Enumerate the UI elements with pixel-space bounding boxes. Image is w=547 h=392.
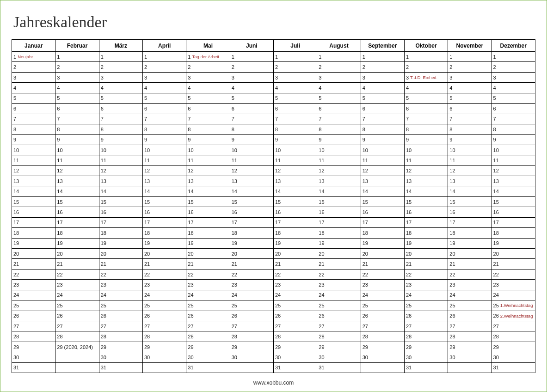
day-cell: 2 [317, 62, 360, 72]
day-cell: 14 [274, 186, 317, 196]
day-cell: 31 [492, 363, 535, 373]
day-cell: 31 [99, 363, 142, 373]
day-number: 6 [188, 106, 191, 111]
day-number: 8 [57, 127, 60, 132]
day-cell: 22 [143, 270, 186, 280]
day-cell: 15 [361, 197, 404, 207]
day-number: 18 [57, 230, 62, 236]
day-number: 1 [319, 54, 321, 60]
day-number: 22 [275, 272, 281, 277]
day-number: 2 [363, 64, 365, 70]
day-number: 4 [13, 85, 16, 91]
day-number: 5 [57, 95, 60, 101]
day-number: 12 [57, 168, 62, 173]
day-cell: 10 [55, 145, 98, 155]
day-number: 15 [57, 199, 62, 205]
day-number: 4 [57, 85, 60, 91]
day-cell: 18 [405, 228, 448, 238]
day-number: 21 [406, 261, 412, 267]
day-cell: 22 [274, 270, 317, 280]
day-number: 24 [188, 292, 193, 298]
day-cell: 15 [492, 197, 535, 207]
day-number: 5 [493, 95, 496, 101]
day-number: 20 [363, 251, 368, 257]
day-number: 3 [57, 75, 60, 80]
day-number: 25 [101, 303, 106, 308]
day-cell: 23 [230, 280, 273, 290]
day-number: 29 [188, 344, 193, 350]
day-number: 15 [188, 199, 193, 205]
day-cell: 9 [405, 135, 448, 145]
day-cell: 12 [55, 166, 98, 176]
day-cell: 24 [12, 290, 55, 300]
day-number: 20 [57, 251, 62, 257]
day-cell: 5 [12, 93, 55, 104]
day-cell: 3 [186, 73, 229, 83]
holiday-note: Tag der Arbeit [192, 54, 219, 59]
day-cell: 20 [274, 249, 317, 259]
day-cell: 2 [361, 62, 404, 72]
day-cell: 4 [361, 83, 404, 93]
day-cell: 30 [99, 352, 142, 362]
day-number: 25 [13, 303, 19, 308]
day-number: 4 [188, 85, 191, 91]
day-cell: 24 [143, 290, 186, 300]
day-cell: 19 [143, 239, 186, 249]
day-cell: 27 [361, 321, 404, 331]
day-cell: 19 [186, 239, 229, 249]
day-cell: 251.Weihnachtstag [492, 300, 535, 311]
day-cell: 21 [99, 259, 142, 269]
day-number: 28 [319, 334, 324, 339]
day-cell: 9 [99, 135, 142, 145]
day-number: 16 [232, 209, 237, 215]
day-cell: 13 [274, 176, 317, 186]
day-cell: 11 [55, 155, 98, 165]
day-number: 15 [449, 199, 455, 205]
day-cell: 18 [361, 228, 404, 238]
day-cell: 21 [230, 259, 273, 269]
day-number: 30 [101, 355, 106, 360]
day-cell: 12 [99, 166, 142, 176]
day-number: 24 [232, 292, 237, 298]
day-number: 27 [232, 324, 237, 329]
day-number: 4 [319, 85, 321, 91]
holiday-note: Neujahr [18, 54, 33, 59]
day-cell: 3 [274, 73, 317, 83]
day-cell: 17 [55, 218, 98, 228]
day-number: 8 [493, 127, 496, 132]
month-column: Dezember12345678910111213141516171819202… [492, 40, 535, 373]
day-cell: 6 [317, 104, 360, 114]
month-header: Dezember [492, 40, 535, 52]
day-cell: 11 [361, 155, 404, 165]
day-cell: 21 [448, 259, 491, 269]
day-number: 26 [319, 313, 324, 318]
day-cell: 2 [405, 62, 448, 72]
day-cell: 16 [448, 207, 491, 217]
day-cell: 8 [12, 124, 55, 135]
day-cell: 25 [143, 300, 186, 311]
day-cell: 8 [99, 124, 142, 135]
day-cell: 13 [55, 176, 98, 186]
day-number: 12 [449, 168, 455, 173]
day-cell: 25 [12, 300, 55, 311]
day-number: 11 [406, 158, 412, 163]
day-number: 27 [144, 324, 150, 329]
day-number: 11 [493, 158, 499, 163]
day-number: 1 [232, 54, 234, 60]
month-header: August [317, 40, 360, 52]
day-number: 23 [406, 282, 412, 288]
day-cell: 29 [448, 342, 491, 352]
day-cell: 20 [12, 249, 55, 259]
day-cell: 7 [361, 114, 404, 124]
month-column: Februar123456789101112131415161718192021… [55, 40, 99, 373]
day-number: 7 [57, 116, 60, 122]
day-number: 1 [13, 54, 16, 60]
day-cell: 24 [492, 290, 535, 300]
day-number: 11 [275, 158, 281, 163]
day-number: 8 [275, 127, 278, 132]
day-cell: 27 [143, 321, 186, 331]
day-cell: 10 [274, 145, 317, 155]
day-number: 5 [232, 95, 234, 101]
day-cell: 1 [55, 52, 98, 62]
day-cell: 28 [274, 331, 317, 342]
